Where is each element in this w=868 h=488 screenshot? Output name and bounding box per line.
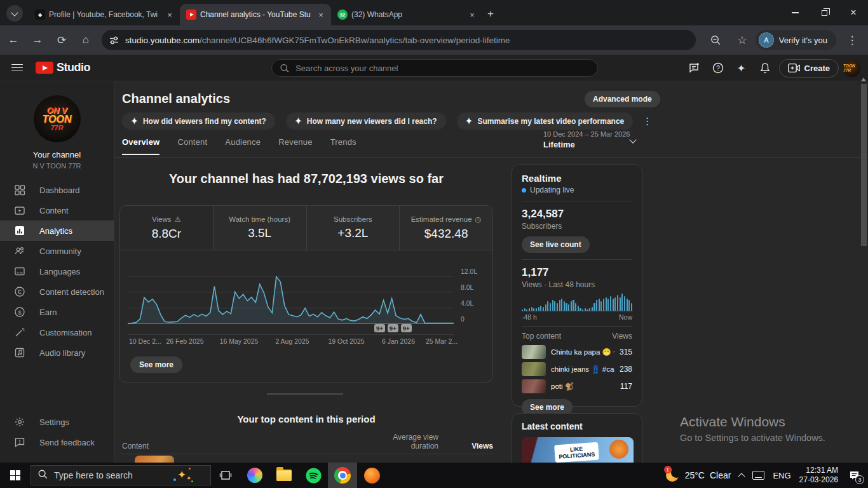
- ai-sparkle-icon[interactable]: ✦: [732, 58, 751, 78]
- studio-search-input[interactable]: [295, 64, 590, 73]
- sidebar-item-community[interactable]: Community: [0, 241, 114, 261]
- minimize-button[interactable]: [780, 0, 810, 25]
- profile-verify-chip[interactable]: A Verify it's you: [756, 30, 836, 50]
- overflow-badges: 9+ 9+ 9+: [374, 324, 412, 332]
- language-indicator[interactable]: ENG: [773, 471, 790, 480]
- restore-button[interactable]: [810, 0, 839, 25]
- browser-tab-profile[interactable]: ◆ Profile | Youtube, Facebook, Twi ×: [29, 4, 180, 25]
- sidebar-item-analytics[interactable]: Analytics: [0, 220, 114, 241]
- overflow-badge[interactable]: 9+: [401, 324, 412, 332]
- chip-summarise[interactable]: ✦ Summarise my latest video performance: [457, 112, 634, 130]
- sidebar-item-content-detection[interactable]: Content detection: [0, 281, 114, 302]
- browser-menu-icon[interactable]: ⋮: [841, 29, 863, 51]
- realtime-bar-chart[interactable]: [522, 294, 632, 311]
- close-button[interactable]: ×: [839, 0, 868, 25]
- realtime-bar: [543, 307, 544, 311]
- top-content-row[interactable]: Chintu ka papa 😁 ~ #sho... 315: [522, 343, 632, 360]
- browser-tab-analytics[interactable]: Channel analytics - YouTube Stu ×: [180, 4, 331, 25]
- tab-close-icon[interactable]: ×: [165, 10, 175, 20]
- address-bar[interactable]: studio.youtube.com/channel/UCB46h6fWGK75…: [102, 30, 696, 50]
- x-tick-label: 10 Dec 2...: [129, 337, 161, 345]
- main-content: Channel analytics Advanced mode ✦ How di…: [114, 81, 868, 463]
- chip-label: Summarise my latest video performance: [477, 117, 624, 126]
- tab-content[interactable]: Content: [177, 137, 207, 155]
- studio-search-box[interactable]: [271, 59, 598, 77]
- metric-views[interactable]: Views⚠ 8.8Cr: [120, 206, 213, 250]
- sidebar-item-languages[interactable]: Languages: [0, 261, 114, 281]
- see-more-button[interactable]: See more: [130, 356, 182, 373]
- realtime-bar: [538, 307, 539, 311]
- help-icon[interactable]: ?: [709, 58, 728, 78]
- views-line-chart[interactable]: [128, 271, 454, 324]
- tab-trends[interactable]: Trends: [330, 137, 356, 155]
- sidebar-item-earn[interactable]: $ Earn: [0, 302, 114, 322]
- overflow-badge[interactable]: 9+: [388, 324, 398, 332]
- realtime-title: Realtime: [522, 173, 632, 184]
- scrollbar-up-arrow[interactable]: [861, 78, 866, 81]
- sidebar-item-settings[interactable]: Settings: [0, 412, 114, 432]
- copilot-button[interactable]: [240, 463, 269, 488]
- realtime-bar: [621, 294, 623, 311]
- feedback-bubble-icon[interactable]: [685, 58, 704, 78]
- youtube-logo[interactable]: [36, 62, 53, 74]
- bookmark-star-icon[interactable]: ☆: [731, 29, 753, 51]
- touch-keyboard-icon[interactable]: [752, 471, 764, 480]
- content-icon: [14, 205, 25, 216]
- menu-hamburger-icon[interactable]: [11, 64, 23, 72]
- metric-revenue[interactable]: Estimated revenue◷ $432.48: [399, 206, 492, 250]
- latest-video-thumbnail[interactable]: LIKE POLITICIANS: [522, 437, 634, 463]
- account-avatar[interactable]: TOON 77R: [843, 60, 860, 77]
- metric-subscribers[interactable]: Subscribers +3.2L: [306, 206, 400, 250]
- back-button[interactable]: ←: [3, 29, 24, 51]
- metric-label: Estimated revenue: [411, 215, 472, 223]
- sidebar-item-send-feedback[interactable]: Send feedback: [0, 432, 114, 452]
- start-button[interactable]: [0, 463, 31, 488]
- clock-widget[interactable]: 12:31 AM 27-03-2026: [799, 466, 838, 485]
- sidebar-item-content[interactable]: Content: [0, 200, 114, 220]
- period-selector[interactable]: Lifetime: [543, 140, 575, 149]
- tab-close-icon[interactable]: ×: [316, 10, 326, 20]
- chip-how-found[interactable]: ✦ How did viewers find my content?: [122, 112, 275, 130]
- metric-watch-time[interactable]: Watch time (hours) 3.5L: [213, 206, 306, 250]
- tab-revenue[interactable]: Revenue: [278, 137, 312, 155]
- home-button[interactable]: ⌂: [75, 29, 97, 51]
- realtime-bar: [533, 308, 534, 311]
- taskbar-search-box[interactable]: Type here to search ✦✦: [31, 465, 211, 485]
- weather-widget[interactable]: 1 25°C Clear: [666, 468, 731, 482]
- task-view-button[interactable]: [211, 463, 240, 488]
- zoom-out-indicator-icon[interactable]: [705, 29, 726, 51]
- notifications-bell-icon[interactable]: [756, 58, 775, 78]
- notification-center-button[interactable]: 3: [846, 468, 862, 483]
- tab-audience[interactable]: Audience: [225, 137, 261, 155]
- overflow-badge[interactable]: 9+: [374, 324, 385, 332]
- tab-overview[interactable]: Overview: [122, 137, 159, 155]
- channel-title: Your channel: [0, 150, 114, 159]
- y-tick-label: 8.0L: [461, 283, 473, 291]
- advanced-mode-button[interactable]: Advanced mode: [585, 91, 660, 107]
- file-explorer-button[interactable]: [269, 463, 299, 488]
- browser-tab-whatsapp[interactable]: 32 (32) WhatsApp ×: [331, 4, 482, 25]
- chevron-down-icon[interactable]: [629, 136, 636, 143]
- fl-studio-button[interactable]: [357, 463, 386, 488]
- chip-new-viewers[interactable]: ✦ How many new viewers did I reach?: [286, 112, 446, 130]
- sidebar-item-dashboard[interactable]: Dashboard: [0, 180, 114, 200]
- site-settings-icon[interactable]: [109, 36, 119, 45]
- channel-avatar[interactable]: ON V TOON 77R: [34, 95, 81, 142]
- tab-close-icon[interactable]: ×: [467, 10, 477, 20]
- sidebar-item-customisation[interactable]: Customisation: [0, 322, 114, 342]
- chips-overflow-menu-icon[interactable]: ⋮: [642, 116, 652, 127]
- page-scrollbar[interactable]: [861, 84, 867, 246]
- table-row-thumbnail[interactable]: [135, 456, 174, 463]
- tab-search-button[interactable]: [6, 5, 23, 22]
- chrome-button[interactable]: [328, 463, 357, 488]
- see-live-count-button[interactable]: See live count: [522, 236, 590, 253]
- sidebar-item-audio-library[interactable]: Audio library: [0, 342, 114, 363]
- spotify-button[interactable]: [299, 463, 328, 488]
- reload-button[interactable]: ⟳: [51, 29, 72, 51]
- create-button[interactable]: Create: [779, 59, 839, 78]
- top-content-row[interactable]: chinki jeans 👖 #cartoon 238: [522, 360, 632, 377]
- forward-button[interactable]: →: [27, 29, 48, 51]
- top-content-row[interactable]: poti 🐒 117: [522, 377, 632, 395]
- tray-expand-chevron-icon[interactable]: [738, 473, 745, 480]
- new-tab-button[interactable]: +: [487, 8, 494, 20]
